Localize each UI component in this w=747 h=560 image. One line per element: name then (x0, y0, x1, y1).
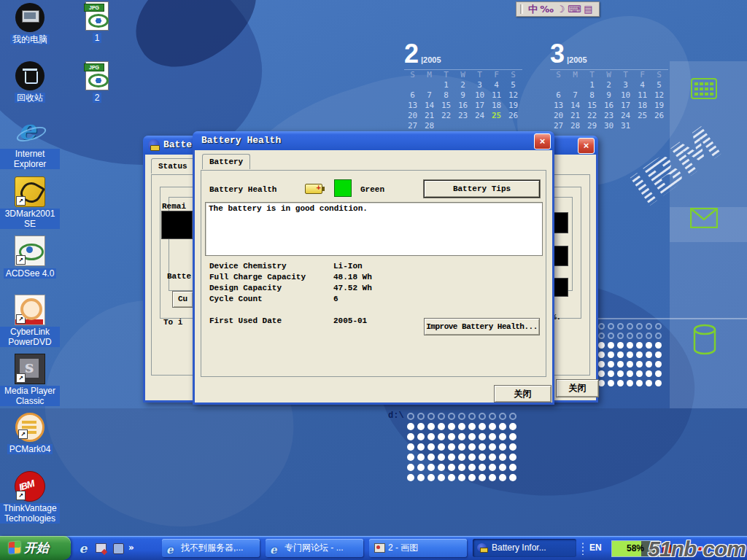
calendar-day: 1 (584, 80, 600, 90)
desktop-icon-cyberlink-powerdvd[interactable]: ↗CyberLink PowerDVD (0, 295, 60, 348)
wallpaper-dot (458, 464, 465, 471)
taskbar-button[interactable]: 找不到服务器,... (162, 539, 260, 557)
language-bar[interactable]: 中‰☽⌨▤ (516, 1, 600, 17)
tab-battery[interactable]: Battery (202, 154, 250, 169)
calendar-day: 27 (550, 121, 567, 131)
calendar-day: 27 (404, 121, 421, 131)
desktop-icon-recycle-bin[interactable]: 回收站 (0, 61, 60, 104)
weekday-label: S (651, 70, 667, 80)
desktop-icon-3dmark2001-se[interactable]: ↗3DMark2001 SE (0, 176, 60, 230)
close-icon[interactable]: × (534, 133, 551, 149)
calendar-day (421, 80, 438, 90)
quick-launch-ie-icon[interactable] (76, 541, 90, 556)
weekday-label: W (454, 70, 471, 80)
calendar-week-row: 13141516171819 (404, 101, 522, 111)
calendar-day: 28 (421, 121, 438, 131)
recycle-bin-label: 回收站 (0, 90, 60, 104)
quick-launch-overflow-chevron[interactable]: » (128, 536, 134, 560)
battery-tips-button[interactable]: Battery Tips (424, 180, 540, 198)
calendar-day: 23 (600, 111, 617, 121)
soft-keyboard-icon[interactable]: ⌨ (568, 3, 581, 15)
desktop-icon-thinkvantage-technologies[interactable]: ↗ThinkVantage Technologies (0, 471, 60, 524)
calendar-day: 7 (421, 90, 438, 101)
desktop-icon-jpg-file-2[interactable]: 2 (67, 61, 127, 104)
wallpaper-dot (427, 433, 435, 440)
wallpaper-dot (438, 474, 445, 481)
quick-launch-media-icon[interactable] (111, 541, 125, 556)
info-label: Full Charge Capacity (209, 273, 333, 282)
wallpaper-dot (407, 464, 414, 471)
pcmark04-icon: ↗ (15, 413, 44, 442)
calendar-week-row: 12345 (404, 80, 522, 90)
chinese-mode-icon[interactable]: 中 (526, 3, 540, 15)
taskbar-button-label: 专门网论坛 - ... (285, 542, 344, 553)
desktop-icon-media-player-classic[interactable]: ↗Media Player Classic (0, 354, 60, 407)
taskbar-button[interactable]: Battery Infor... (473, 539, 576, 557)
desktop-icon-internet-explorer[interactable]: Internet Explorer (0, 118, 60, 170)
calendar-day: 14 (421, 101, 438, 111)
tab-status[interactable]: Status (151, 158, 195, 174)
wallpaper-dot (509, 474, 516, 481)
calendar-day: 4 (634, 80, 651, 90)
battery-information-icon (148, 139, 160, 151)
wallpaper-dot (655, 342, 662, 349)
wallpaper-dot (438, 413, 445, 420)
wallpaper-dot (598, 351, 605, 358)
calendar-year-label: |2005 (421, 55, 441, 64)
calendar-day (567, 80, 584, 90)
close-button[interactable]: 关闭 (556, 379, 599, 397)
calendar-day: 26 (505, 111, 522, 121)
ime-menu-icon[interactable]: ▤ (581, 3, 595, 15)
wallpaper-dot (627, 361, 633, 368)
pcmark04-label: PCMark04 (0, 442, 60, 455)
battery-info-row: First Used Date2005-01 (209, 316, 372, 327)
thinkvantage-technologies-label: ThinkVantage Technologies (0, 502, 60, 524)
quick-launch-bar: » (74, 536, 134, 560)
desktop-icon-jpg-file-1[interactable]: 1 (67, 1, 127, 44)
punctuation-icon[interactable]: ☽ (554, 3, 568, 15)
calendar-week-row: 6789101112 (550, 90, 668, 101)
wallpaper-dot (608, 323, 614, 330)
keypad-grid-icon (691, 78, 717, 100)
wallpaper-dot (468, 464, 476, 471)
weekday-label: S (404, 70, 421, 80)
battery-health-titlebar[interactable]: Battery Health × (193, 131, 554, 150)
desktop-icon-pcmark04[interactable]: ↗PCMark04 (0, 413, 60, 455)
calendar-day: 3 (617, 80, 634, 90)
close-icon[interactable]: × (578, 138, 595, 154)
close-button[interactable]: 关闭 (494, 385, 551, 402)
wallpaper-dot (427, 423, 435, 430)
tray-app-icon[interactable] (662, 545, 671, 553)
weekday-label: M (567, 70, 584, 80)
calendar-day: 29 (584, 121, 600, 131)
calendar-day: 8 (438, 90, 454, 101)
taskbar-button[interactable]: 2 - 画图 (369, 539, 467, 557)
calendar-day: 5 (651, 80, 667, 90)
cu-button[interactable]: Cu (172, 291, 193, 308)
calendar-week-row: 20212223242526 (404, 111, 522, 121)
tray-battery-indicator[interactable]: 58% (611, 540, 659, 557)
calendar-day: 11 (634, 90, 651, 101)
wallpaper-dot (636, 380, 643, 386)
paint-icon (374, 542, 385, 553)
wallpaper-dot (489, 413, 496, 420)
taskbar-button[interactable]: 专门网论坛 - ... (266, 539, 363, 557)
wallpaper-dot (509, 454, 516, 461)
fullwidth-icon[interactable]: ‰ (540, 3, 554, 15)
quick-launch-show-desktop-icon[interactable] (93, 541, 108, 556)
desktop-icon-my-computer[interactable]: 我的电脑 (0, 3, 60, 45)
language-bar-handle[interactable] (520, 4, 523, 14)
improve-battery-health-button[interactable]: Improve Battery Health... (424, 318, 540, 335)
wallpaper-dot (458, 423, 465, 430)
wallpaper-dot (655, 361, 662, 368)
start-button[interactable]: 开始 (0, 536, 71, 560)
language-indicator[interactable]: EN (589, 542, 602, 554)
wallpaper-dot (627, 332, 633, 339)
desktop-icon-acdsee-40[interactable]: ↗ACDSee 4.0 (0, 236, 60, 279)
weekday-label: F (488, 70, 505, 80)
weekday-label: S (505, 70, 522, 80)
cyberlink-powerdvd-icon: ↗ (15, 295, 45, 325)
wallpaper-dot (489, 423, 496, 430)
battery-health-label: Battery Health (209, 185, 276, 195)
calendar-day: 3 (471, 80, 488, 90)
